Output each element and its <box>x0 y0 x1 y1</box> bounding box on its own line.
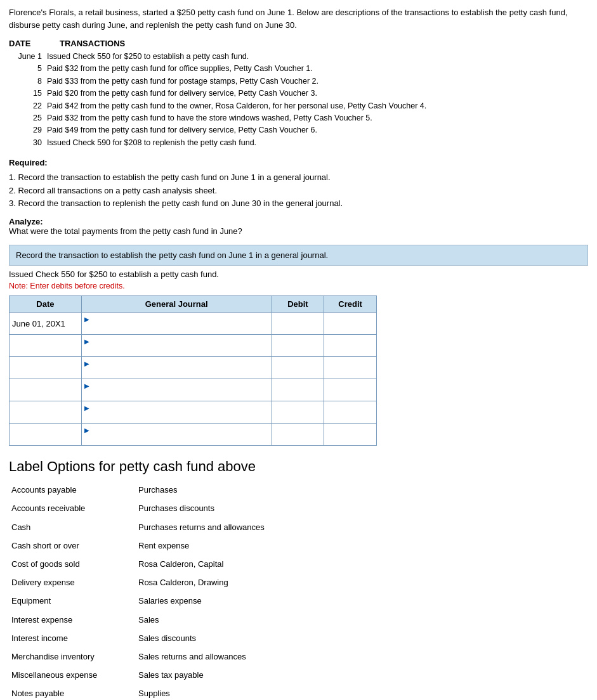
journal-credit-cell[interactable] <box>324 424 377 446</box>
analyze-text: What were the total payments from the pe… <box>9 226 588 236</box>
journal-date-cell[interactable] <box>10 401 82 424</box>
journal-credit-input[interactable] <box>327 319 374 328</box>
journal-credit-input[interactable] <box>327 363 374 373</box>
required-item: 1. Record the transaction to establish t… <box>9 171 588 185</box>
journal-debit-input[interactable] <box>275 408 322 417</box>
journal-credit-cell[interactable] <box>324 335 377 357</box>
trans-desc: Paid $32 from the petty cash fund for of… <box>47 63 588 75</box>
label-option-item[interactable]: Miscellaneous expense <box>9 666 136 685</box>
journal-date-input[interactable] <box>12 363 79 373</box>
journal-credit-input[interactable] <box>327 341 374 351</box>
journal-date-cell[interactable] <box>10 379 82 401</box>
journal-entry-cell[interactable] <box>81 379 272 401</box>
journal-date-cell[interactable] <box>10 357 82 379</box>
label-option-item[interactable]: Equipment <box>9 592 136 611</box>
required-item: 2. Record all transactions on a petty ca… <box>9 185 588 198</box>
blue-banner: Record the transaction to establish the … <box>9 245 588 266</box>
journal-date-cell[interactable] <box>10 424 82 446</box>
label-option-item[interactable]: Notes payable <box>9 685 136 700</box>
label-option-item[interactable]: Rosa Calderon, Drawing <box>136 574 588 592</box>
journal-entry-cell[interactable] <box>81 401 272 424</box>
label-option-item[interactable]: Rent expense <box>136 537 588 555</box>
journal-credit-cell[interactable] <box>324 313 377 335</box>
label-option-item[interactable]: Accounts payable <box>9 481 136 500</box>
journal-row <box>10 313 377 335</box>
transactions-section: DATE TRANSACTIONS June 1Issued Check 550… <box>9 39 588 149</box>
label-option-item[interactable]: Sales discounts <box>136 630 588 648</box>
label-option-item[interactable]: Cost of goods sold <box>9 555 136 574</box>
journal-credit-input[interactable] <box>327 408 374 417</box>
journal-debit-cell[interactable] <box>272 401 324 424</box>
journal-credit-input[interactable] <box>327 386 374 395</box>
journal-debit-input[interactable] <box>275 386 322 395</box>
trans-date: 22 <box>9 100 47 112</box>
journal-row <box>10 424 377 446</box>
trans-desc: Paid $32 from the petty cash fund to hav… <box>47 112 588 124</box>
journal-entry-cell[interactable] <box>81 424 272 446</box>
label-option-item[interactable]: Salaries expense <box>136 592 588 611</box>
journal-credit-cell[interactable] <box>324 401 377 424</box>
journal-debit-input[interactable] <box>275 341 322 351</box>
intro-paragraph: Florence's Florals, a retail business, s… <box>9 6 588 31</box>
trans-date: June 1 <box>9 51 47 63</box>
trans-desc: Paid $20 from the petty cash fund for de… <box>47 88 588 100</box>
journal-date-input[interactable] <box>12 408 79 417</box>
journal-row <box>10 335 377 357</box>
journal-debit-cell[interactable] <box>272 313 324 335</box>
label-option-item[interactable]: Cash short or over <box>9 537 136 555</box>
label-option-item[interactable]: Interest expense <box>9 611 136 630</box>
label-option-item[interactable]: Interest income <box>9 630 136 648</box>
journal-debit-cell[interactable] <box>272 424 324 446</box>
journal-debit-input[interactable] <box>275 430 322 439</box>
trans-date: 25 <box>9 112 47 124</box>
journal-row <box>10 401 377 424</box>
label-option-item[interactable]: Purchases discounts <box>136 500 588 518</box>
trans-date: 5 <box>9 63 47 75</box>
journal-entry-input[interactable] <box>84 323 269 333</box>
journal-entry-cell[interactable] <box>81 357 272 379</box>
trans-desc: Paid $33 from the petty cash fund for po… <box>47 75 588 88</box>
journal-entry-cell[interactable] <box>81 313 272 335</box>
journal-entry-cell[interactable] <box>81 335 272 357</box>
transaction-row: 5Paid $32 from the petty cash fund for o… <box>9 63 588 75</box>
trans-desc: Paid $42 from the petty cash fund to the… <box>47 100 588 112</box>
journal-entry-input[interactable] <box>84 434 269 444</box>
label-option-item[interactable]: Delivery expense <box>9 574 136 592</box>
transaction-row: 25Paid $32 from the petty cash fund to h… <box>9 112 588 124</box>
journal-date-input[interactable] <box>12 430 79 439</box>
journal-debit-cell[interactable] <box>272 379 324 401</box>
label-options-title: Label Options for petty cash fund above <box>9 458 588 475</box>
journal-credit-input[interactable] <box>327 430 374 439</box>
journal-date-input[interactable] <box>12 319 79 328</box>
journal-entry-input[interactable] <box>84 368 269 377</box>
label-option-item[interactable]: Merchandise inventory <box>9 648 136 666</box>
label-option-item[interactable]: Supplies <box>136 685 588 700</box>
journal-credit-cell[interactable] <box>324 357 377 379</box>
label-option-item[interactable]: Rosa Calderon, Capital <box>136 555 588 574</box>
journal-debit-input[interactable] <box>275 319 322 328</box>
label-option-item[interactable]: Accounts receivable <box>9 500 136 518</box>
label-option-item[interactable]: Sales tax payable <box>136 666 588 685</box>
journal-date-cell[interactable] <box>10 313 82 335</box>
label-option-item[interactable]: Sales <box>136 611 588 630</box>
label-option-item[interactable]: Purchases <box>136 481 588 500</box>
transactions-header-label: TRANSACTIONS <box>60 39 125 48</box>
debit-column-header: Debit <box>272 296 324 313</box>
journal-date-cell[interactable] <box>10 335 82 357</box>
journal-date-input[interactable] <box>12 386 79 395</box>
journal-date-input[interactable] <box>12 341 79 351</box>
journal-debit-input[interactable] <box>275 363 322 373</box>
trans-date: 15 <box>9 88 47 100</box>
label-option-item[interactable]: Cash <box>9 519 136 537</box>
journal-credit-cell[interactable] <box>324 379 377 401</box>
journal-entry-input[interactable] <box>84 412 269 422</box>
journal-entry-input[interactable] <box>84 390 269 399</box>
required-section: Required: 1. Record the transaction to e… <box>9 157 588 211</box>
banner-text: Record the transaction to establish the … <box>16 250 328 260</box>
journal-entry-input[interactable] <box>84 346 269 355</box>
journal-debit-cell[interactable] <box>272 335 324 357</box>
label-option-item[interactable]: Purchases returns and allowances <box>136 519 588 537</box>
label-option-item[interactable]: Sales returns and allowances <box>136 648 588 666</box>
transaction-row: June 1Issued Check 550 for $250 to estab… <box>9 51 588 63</box>
journal-debit-cell[interactable] <box>272 357 324 379</box>
